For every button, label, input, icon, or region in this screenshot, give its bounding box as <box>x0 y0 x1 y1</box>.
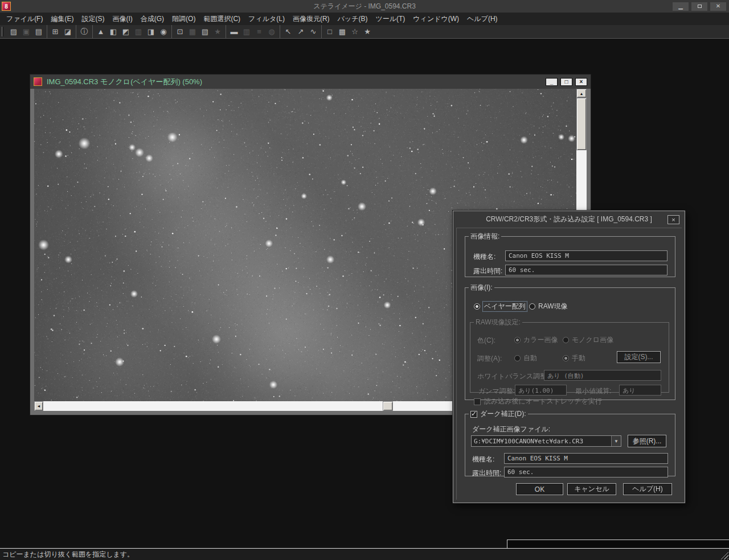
menu-item-12[interactable]: ヘルプ(H) <box>463 13 502 26</box>
dialog-title: CRW/CR2/CR3形式・読み込み設定 [ IMG_0594.CR3 ] <box>486 215 652 224</box>
min-subtract-label: 最小値減算: <box>575 386 611 396</box>
manual-radio-row: 手動 <box>563 353 585 363</box>
scroll-left-button[interactable]: ◄ <box>34 401 43 411</box>
doc-minimize-button[interactable]: _ <box>546 78 558 86</box>
autostretch-label: 読み込み後にオートストレッチを実行 <box>484 397 602 406</box>
rgb-decompose-icon[interactable]: ⊡ <box>174 26 186 38</box>
autostretch-row: 読み込み後にオートストレッチを実行 <box>474 397 602 406</box>
grid-icon: ▦ <box>186 26 199 38</box>
menu-item-1[interactable]: 編集(E) <box>47 13 77 26</box>
raw-develop-radio[interactable] <box>529 303 535 310</box>
dark-exposure-field: 60 sec. <box>504 467 668 477</box>
horizontal-scroll-thumb[interactable] <box>383 401 393 411</box>
mono-image-radio <box>563 337 569 343</box>
save-as-icon[interactable]: ▤ <box>32 26 45 38</box>
blinds-icon: ▥ <box>240 26 253 38</box>
adjust-label: 調整(A): <box>477 354 502 364</box>
film-export-icon[interactable]: ⊞ <box>49 26 62 38</box>
raw-develop-radio-row[interactable]: RAW現像 <box>529 302 568 311</box>
bayer-radio[interactable] <box>474 303 480 310</box>
help-button[interactable]: ヘルプ(H) <box>623 483 672 495</box>
menubar: ファイル(F)編集(E)設定(S)画像(I)合成(G)階調(O)範囲選択(C)フ… <box>0 13 729 25</box>
pick-tool-icon[interactable]: ↖ <box>282 26 294 38</box>
pick-settings-icon[interactable]: ↗ <box>294 26 307 38</box>
doc-close-button[interactable]: × <box>575 78 587 86</box>
open-file-icon[interactable]: ▨ <box>7 26 20 38</box>
auto-radio <box>514 355 521 361</box>
autostretch-checkbox <box>474 398 481 405</box>
menu-item-3[interactable]: 画像(I) <box>108 13 136 26</box>
color-image-radio <box>514 337 521 343</box>
tone-curve-icon[interactable]: ∿ <box>307 26 320 38</box>
dark-model-field: Canon EOS KISS M <box>504 453 668 464</box>
menu-item-6[interactable]: 範囲選択(C) <box>199 13 244 26</box>
dialog-titlebar[interactable]: CRW/CR2/CR3形式・読み込み設定 [ IMG_0594.CR3 ] × <box>453 211 685 228</box>
dropdown-arrow-icon[interactable]: ▼ <box>611 436 621 446</box>
menu-item-11[interactable]: ウィンドウ(W) <box>409 13 463 26</box>
restore-button[interactable] <box>691 2 707 11</box>
scroll-up-button[interactable]: ▲ <box>576 89 587 98</box>
alignment-icon[interactable]: ▲ <box>95 26 107 38</box>
dark-file-combo[interactable]: G:¥DCIM¥100CANON¥etc¥dark.CR3 ▼ <box>471 435 621 447</box>
dark-file-label: ダーク補正画像ファイル: <box>472 425 550 434</box>
select-settings-icon[interactable]: ▩ <box>336 26 349 38</box>
image-adjust-icon[interactable]: ◧ <box>107 26 120 38</box>
cancel-button[interactable]: キャンセル <box>567 483 616 495</box>
dark-exposure-label: 露出時間: <box>472 468 501 478</box>
film-canister-icon[interactable]: ▬ <box>228 26 240 38</box>
menu-item-0[interactable]: ファイル(F) <box>2 13 47 26</box>
dark-correction-checkbox[interactable] <box>470 411 477 418</box>
document-icon <box>34 77 42 86</box>
app-icon: 8 <box>2 2 11 11</box>
close-button[interactable]: ✕ <box>710 2 726 11</box>
minimize-button[interactable]: ▁ <box>673 2 689 11</box>
restore-icon <box>698 5 702 8</box>
menu-item-2[interactable]: 設定(S) <box>77 13 108 26</box>
menu-item-4[interactable]: 合成(G) <box>137 13 168 26</box>
menu-item-5[interactable]: 階調(O) <box>168 13 199 26</box>
dialog-close-button[interactable]: × <box>667 215 679 224</box>
raw-settings-button[interactable]: 設定(S)... <box>617 351 661 363</box>
histogram-icon[interactable]: ◪ <box>62 26 74 38</box>
status-text: コピーまたは切り抜く範囲を指定します。 <box>2 550 134 559</box>
browse-button[interactable]: 参照(R)... <box>628 435 666 447</box>
mono-image-label: モノクロ画像 <box>572 335 613 345</box>
favorite-icon: ★ <box>211 26 224 38</box>
image-window-titlebar[interactable]: IMG_0594.CR3 モノクロ(ベイヤー配列) (50%) _ □ × <box>30 75 591 89</box>
image-info-group: 画像情報: 機種名: Canon EOS KISS M 露出時間: 60 sec… <box>465 232 675 277</box>
raw-develop-radio-label[interactable]: RAW現像 <box>538 302 568 311</box>
ok-button[interactable]: OK <box>516 483 563 495</box>
raw-settings-group: RAW現像設定: 色(C): カラー画像 モノクロ画像 調整(A): 自動 手動… <box>470 318 669 393</box>
doc-maximize-button[interactable]: □ <box>560 78 572 86</box>
bayer-radio-row[interactable]: ベイヤー配列 <box>474 302 527 311</box>
menu-item-8[interactable]: 画像復元(R) <box>289 13 334 26</box>
select-area-icon[interactable]: □ <box>323 26 336 38</box>
dark-correction-group: ダーク補正(D): ダーク補正画像ファイル: G:¥DCIM¥100CANON¥… <box>465 409 675 476</box>
zoom-select-icon[interactable]: ☆ <box>349 26 361 38</box>
image-window-title: IMG_0594.CR3 モノクロ(ベイヤー配列) (50%) <box>47 77 202 87</box>
statusbar: コピーまたは切り抜く範囲を指定します。 <box>0 548 729 560</box>
soft-filter-icon[interactable]: ◉ <box>157 26 170 38</box>
vertical-scroll-thumb[interactable] <box>576 98 587 150</box>
composite-settings-icon[interactable]: ◨ <box>145 26 157 38</box>
dark-model-label: 機種名: <box>472 455 494 464</box>
toolbar-grip[interactable] <box>2 27 3 36</box>
list-icon: ≡ <box>253 26 265 38</box>
star-detect-icon[interactable]: ★ <box>361 26 374 38</box>
resize-grip[interactable] <box>720 551 728 559</box>
batch-icon[interactable]: ▧ <box>199 26 211 38</box>
menu-item-7[interactable]: フィルタ(L) <box>244 13 289 26</box>
wb-label: ホワイトバランス調整: <box>477 372 541 381</box>
auto-process-icon[interactable]: ◩ <box>120 26 132 38</box>
toolbar-groups: ▨▣▤⊞◪ⓘ▲◧◩▥◨◉⊡▦▧★▬▥≡◍↖↗∿□▩☆★ <box>6 25 375 38</box>
dark-correction-legend: ダーク補正(D): <box>480 409 526 419</box>
dark-file-value: G:¥DCIM¥100CANON¥etc¥dark.CR3 <box>472 438 611 445</box>
bayer-radio-label[interactable]: ベイヤー配列 <box>483 302 527 311</box>
menu-item-10[interactable]: ツール(T) <box>371 13 409 26</box>
auto-radio-row: 自動 <box>514 353 537 363</box>
image-info-icon[interactable]: ⓘ <box>78 26 91 38</box>
menu-item-9[interactable]: バッチ(B) <box>334 13 372 26</box>
levels-icon: ▥ <box>132 26 145 38</box>
exposure-field: 60 sec. <box>505 265 667 275</box>
gamma-field: あり(1.00) <box>515 385 567 396</box>
